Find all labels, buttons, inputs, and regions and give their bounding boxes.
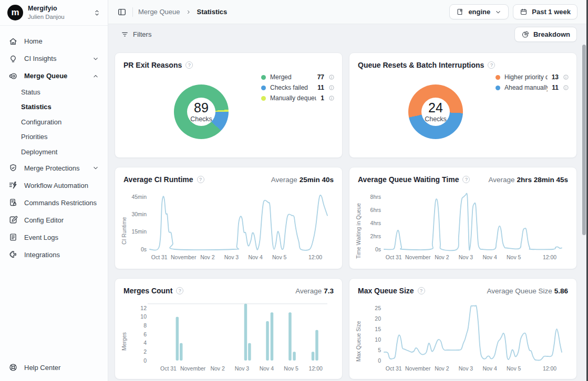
help-icon[interactable]: [488, 61, 495, 69]
donut-total: 89: [194, 101, 209, 115]
merge-queue-icon: [8, 71, 18, 81]
svg-text:Nov 3: Nov 3: [459, 254, 473, 260]
svg-text:Oct 31: Oct 31: [160, 365, 177, 372]
average-label: Average: [488, 176, 514, 184]
legend-item[interactable]: Manually dequeued1: [261, 93, 335, 103]
donut-total-label: Checks: [190, 115, 212, 123]
card-average-ci-runtime: Average CI Runtime Average25min 40s CI R…: [115, 167, 343, 269]
svg-text:12: 12: [140, 305, 147, 311]
donut-total-label: Checks: [425, 115, 447, 123]
topbar: Merge Queue Statistics engine Past 1 wee…: [108, 0, 588, 24]
edit-icon: [8, 215, 18, 225]
svg-text:10: 10: [375, 336, 381, 343]
line-chart[interactable]: 8hrs6hrs4hrs2hrs0sOct 31NovemberNov 2Nov…: [362, 186, 565, 266]
svg-text:Nov 4: Nov 4: [260, 365, 274, 372]
sidebar-item-configuration[interactable]: Configuration: [0, 114, 108, 130]
svg-text:Nov 4: Nov 4: [482, 254, 497, 260]
svg-text:12:00: 12:00: [543, 254, 556, 260]
svg-text:Nov 3: Nov 3: [235, 365, 250, 372]
chevron-down-icon: [92, 55, 100, 63]
legend-item[interactable]: Merged77: [261, 72, 335, 82]
svg-text:12:00: 12:00: [543, 365, 556, 372]
help-icon[interactable]: [418, 287, 425, 294]
sidebar-nav: HomeCI InsightsMerge QueueStatusStatisti…: [0, 26, 108, 354]
org-selector-icon[interactable]: [93, 8, 101, 17]
scrollbar-thumb[interactable]: [582, 45, 586, 235]
sidebar-item-deployment[interactable]: Deployment: [0, 144, 108, 160]
sidebar-item-integrations[interactable]: Integrations: [0, 246, 108, 263]
svg-text:12:00: 12:00: [309, 365, 323, 372]
bar-chart[interactable]: 121086420Oct 31NovemberNov 2Nov 3Nov 4No…: [128, 298, 331, 377]
svg-text:November: November: [171, 254, 197, 260]
sidebar-item-config-editor[interactable]: Config Editor: [0, 211, 108, 229]
svg-text:Nov 4: Nov 4: [482, 365, 497, 372]
y-axis-title: Time Waiting in Queue: [355, 186, 362, 268]
info-icon[interactable]: [328, 74, 335, 80]
org-switcher[interactable]: m Mergifyio Julien Danjou: [0, 0, 108, 26]
legend-item[interactable]: Checks failed11: [261, 82, 335, 93]
sidebar-item-home[interactable]: Home: [0, 33, 108, 50]
sidebar-item-merge-protections[interactable]: Merge Protections: [0, 160, 108, 177]
sidebar-item-status[interactable]: Status: [0, 84, 108, 100]
sidebar: m Mergifyio Julien Danjou HomeCI Insight…: [0, 0, 108, 381]
sidebar-item-help-center[interactable]: Help Center: [0, 354, 108, 381]
svg-text:15: 15: [375, 326, 381, 332]
sidebar-item-statistics[interactable]: Statistics: [0, 100, 108, 115]
svg-text:12:00: 12:00: [308, 254, 322, 260]
legend-item[interactable]: Higher priority q...13: [496, 72, 569, 82]
legend-item[interactable]: Ahead manually ...11: [496, 82, 569, 93]
y-axis-title: Max Queue Size: [355, 298, 362, 378]
svg-text:6hrs: 6hrs: [370, 207, 381, 213]
sidebar-item-event-logs[interactable]: Event Logs: [0, 229, 108, 246]
line-chart[interactable]: 45min30min15min0sOct 31NovemberNov 2Nov …: [128, 186, 331, 266]
repo-selector-button[interactable]: engine: [449, 4, 509, 19]
shield-icon: [8, 163, 18, 173]
sidebar-item-commands-restrictions[interactable]: Commands Restrictions: [0, 194, 108, 211]
card-queue-resets: Queue Resets & Batch Interruptions 24 Ch…: [349, 52, 577, 158]
filter-icon: [121, 30, 129, 38]
svg-text:Nov 4: Nov 4: [248, 254, 263, 260]
sidebar-toggle-icon[interactable]: [117, 7, 127, 17]
help-icon[interactable]: [185, 61, 193, 69]
donut-total: 24: [428, 101, 443, 115]
legend-dot: [261, 96, 266, 101]
svg-text:Oct 31: Oct 31: [386, 365, 402, 372]
chart-legend: Merged77Checks failed11Manually dequeued…: [261, 72, 335, 103]
sidebar-item-merge-queue[interactable]: Merge Queue: [0, 67, 108, 84]
legend-label: Manually dequeued: [270, 94, 316, 102]
pie-chart-icon: [521, 30, 529, 38]
legend-label: Merged: [270, 73, 313, 81]
sidebar-item-priorities[interactable]: Priorities: [0, 130, 108, 145]
card-pr-exit-reasons: PR Exit Reasons 89 Checks Merged77Checks…: [115, 52, 343, 158]
card-merges-count: Merges Count Average7.3 Merges 121086420…: [115, 278, 343, 379]
filters-button[interactable]: Filters: [117, 28, 156, 41]
svg-text:Nov 3: Nov 3: [224, 254, 239, 260]
y-axis-title: Merges: [120, 298, 128, 378]
mergify-logo: m: [7, 5, 23, 20]
sidebar-item-workflow-automation[interactable]: Workflow Automation: [0, 177, 108, 194]
help-icon[interactable]: [197, 176, 204, 183]
bulb-icon: [8, 54, 18, 64]
chevron-down-icon: [92, 164, 100, 172]
help-icon[interactable]: [462, 176, 470, 183]
info-icon[interactable]: [328, 84, 335, 91]
info-icon[interactable]: [563, 84, 569, 91]
breakdown-button[interactable]: Breakdown: [514, 27, 577, 42]
period-selector-button[interactable]: Past 1 week: [513, 4, 577, 19]
main-area: Merge Queue Statistics engine Past 1 wee…: [108, 0, 588, 381]
svg-text:4hrs: 4hrs: [370, 220, 381, 226]
y-axis-title: CI Runtime: [120, 186, 128, 268]
card-title: PR Exit Reasons: [123, 61, 182, 69]
svg-text:November: November: [405, 254, 431, 260]
svg-text:Nov 3: Nov 3: [459, 365, 473, 372]
card-title: Merges Count: [123, 287, 172, 295]
svg-text:0: 0: [378, 357, 381, 364]
sidebar-item-ci-insights[interactable]: CI Insights: [0, 50, 108, 67]
info-icon[interactable]: [328, 95, 335, 101]
card-max-queue-size: Max Queue Size Average Queue Size5.86 Ma…: [349, 278, 577, 379]
info-icon[interactable]: [563, 74, 569, 80]
breadcrumb-section[interactable]: Merge Queue: [138, 8, 180, 16]
line-chart[interactable]: 2520151050Oct 31NovemberNov 2Nov 3Nov 4N…: [362, 298, 565, 377]
legend-value: 13: [552, 73, 559, 81]
help-icon[interactable]: [176, 287, 183, 294]
